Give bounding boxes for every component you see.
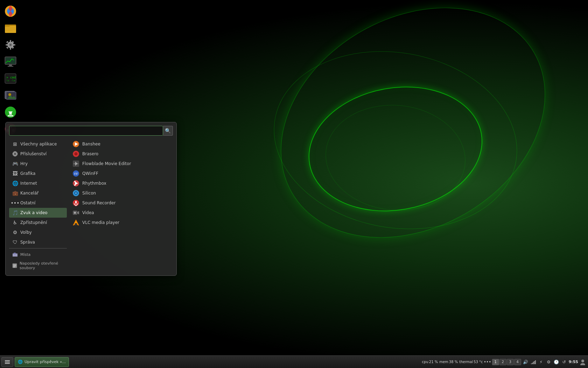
app-vlc[interactable]: VLC media player (70, 218, 173, 227)
category-accessories[interactable]: Příslušenství (9, 149, 67, 159)
taskbar-open-app-browser[interactable]: 🌐 Upravit příspěvek «... (15, 357, 69, 367)
volume-icon[interactable]: 🔊 (523, 359, 529, 365)
svg-rect-31 (9, 114, 12, 115)
dock-settings[interactable] (3, 37, 18, 53)
dock-download[interactable] (3, 104, 18, 120)
svg-rect-20 (9, 64, 12, 66)
brasero-icon (72, 150, 79, 157)
svg-rect-48 (13, 266, 16, 266)
swirl-decoration (321, 99, 470, 216)
workspace-3[interactable]: 3 (507, 359, 514, 365)
category-preferences[interactable]: ⚙ Volby (9, 227, 67, 237)
vlc-icon (72, 219, 79, 226)
divider (9, 248, 67, 248)
banshee-icon (72, 141, 79, 148)
dock-filemanager[interactable] (3, 20, 18, 36)
svg-rect-7 (6, 30, 13, 31)
taskbar-menu-button[interactable] (1, 357, 13, 367)
category-office[interactable]: 💼 Kancelář (9, 188, 67, 198)
apps-panel: Banshee Brasero Flowblade Movie Editor F… (67, 139, 173, 272)
app-rhythmbox-label: Rhythmbox (82, 181, 106, 186)
flowblade-icon (72, 160, 79, 167)
app-rhythmbox[interactable]: Rhythmbox (70, 178, 173, 188)
workspace-4[interactable]: 4 (514, 359, 521, 365)
svg-rect-39 (15, 151, 15, 152)
network-icon[interactable] (530, 359, 537, 365)
workspace-1[interactable]: 1 (492, 359, 499, 365)
app-qwinff[interactable]: FF QWinFF (70, 169, 173, 178)
category-sound-video[interactable]: 🎵 Zvuk a video (9, 208, 67, 218)
app-silicon[interactable]: Silicon (70, 188, 173, 198)
category-other[interactable]: ••• Ostatní (9, 198, 67, 208)
bluetooth-icon[interactable]: ⚡ (538, 359, 544, 365)
app-banshee-label: Banshee (82, 142, 100, 146)
other-icon: ••• (12, 200, 18, 206)
sound-recorder-icon (72, 199, 79, 206)
app-qwinff-label: QWinFF (82, 171, 98, 176)
svg-rect-78 (5, 362, 10, 362)
dock-browser[interactable] (3, 4, 18, 19)
thermal-value: 53 °c (474, 360, 483, 364)
category-office-label: Kancelář (20, 191, 38, 196)
accessories-icon (12, 151, 18, 157)
thermal-label: thermal (459, 360, 473, 364)
category-games[interactable]: 🎮 Hry (9, 159, 67, 169)
svg-point-62 (74, 181, 76, 182)
category-recent[interactable]: Naposledy otevřené soubory (9, 259, 67, 272)
rhythmbox-icon (72, 180, 79, 187)
update-icon[interactable]: ↺ (561, 359, 567, 365)
taskbar-right: cpu 21 % mem 38 % thermal 53 °c ••• 1 2 … (420, 359, 588, 365)
cpu-value: 21 % (429, 360, 438, 364)
app-brasero[interactable]: Brasero (70, 149, 173, 159)
svg-point-27 (8, 93, 11, 96)
category-recent-label: Naposledy otevřené soubory (20, 261, 64, 270)
clock-icon[interactable]: 🕐 (553, 359, 560, 365)
dock-monitor[interactable] (3, 54, 18, 69)
search-button[interactable]: 🔍 (163, 126, 173, 136)
search-input[interactable] (9, 126, 163, 136)
graphics-icon: 🖼 (12, 170, 18, 177)
svg-rect-12 (6, 44, 8, 46)
svg-rect-32 (8, 115, 13, 116)
app-banshee[interactable]: Banshee (70, 139, 173, 149)
svg-rect-44 (13, 254, 18, 257)
office-icon: 💼 (12, 190, 18, 196)
recent-icon (12, 263, 18, 269)
category-accessibility[interactable]: ♿ Zpřístupnění (9, 218, 67, 227)
category-internet[interactable]: 🌐 Internet (9, 178, 67, 188)
app-flowblade[interactable]: Flowblade Movie Editor (70, 159, 173, 169)
dots-icon[interactable]: ••• (484, 359, 491, 365)
category-accessories-label: Příslušenství (20, 151, 47, 156)
category-games-label: Hry (20, 161, 28, 166)
app-sound-recorder[interactable]: Sound Recorder (70, 198, 173, 208)
qwinff-icon: FF (72, 170, 79, 177)
thermal-info: thermal 53 °c (459, 360, 483, 364)
dock-images[interactable] (3, 88, 18, 103)
category-sound-video-label: Zvuk a video (20, 210, 48, 215)
workspace-2[interactable]: 2 (499, 359, 506, 365)
category-internet-label: Internet (20, 181, 37, 186)
svg-text:ls -la: ls -la (6, 79, 15, 82)
svg-rect-40 (15, 155, 15, 156)
svg-rect-81 (532, 363, 533, 364)
menu-content: ⊞ Všechny aplikace Příslušenství 🎮 Hry 🖼… (9, 139, 173, 272)
dock-terminal[interactable]: > cmd_ ls -la (3, 71, 18, 86)
user-icon[interactable] (580, 359, 586, 365)
svg-text:FF: FF (74, 172, 78, 176)
mem-info: mem 38 % (439, 360, 458, 364)
search-bar: 🔍 (9, 126, 173, 136)
app-videa[interactable]: Videa (70, 208, 173, 218)
admin-icon: 🛡 (12, 239, 18, 245)
category-all[interactable]: ⊞ Všechny aplikace (9, 139, 67, 149)
svg-point-63 (74, 184, 76, 186)
svg-rect-69 (76, 205, 76, 206)
category-places[interactable]: Místa (9, 250, 67, 259)
svg-rect-80 (531, 363, 532, 364)
power-icon[interactable]: ⚙ (546, 359, 552, 365)
category-graphics[interactable]: 🖼 Grafika (9, 169, 67, 178)
accessibility-icon: ♿ (12, 219, 18, 226)
svg-marker-71 (77, 211, 79, 214)
category-other-label: Ostatní (20, 200, 35, 205)
category-admin[interactable]: 🛡 Správa (9, 237, 67, 247)
svg-text:> cmd_: > cmd_ (6, 76, 17, 79)
